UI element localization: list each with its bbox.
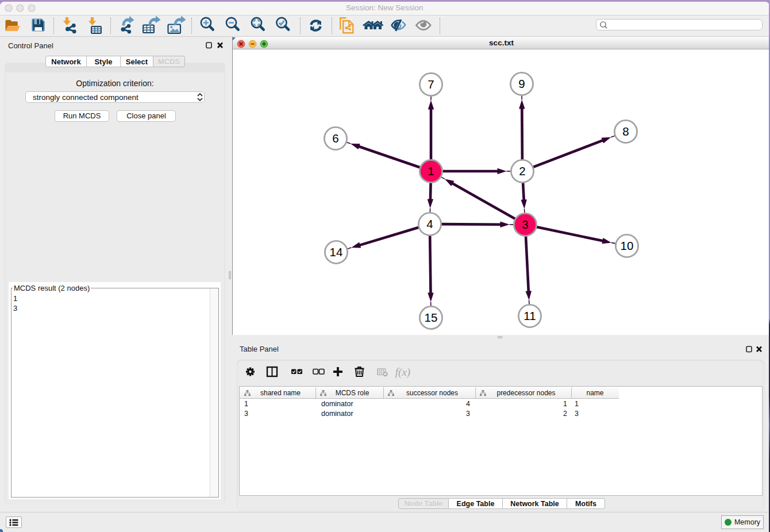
svg-text:3: 3 [522,218,528,231]
svg-text:9: 9 [518,77,525,90]
svg-text:8: 8 [622,125,629,138]
svg-text:1: 1 [428,164,434,178]
svg-text:2: 2 [519,164,525,178]
svg-text:11: 11 [523,309,536,322]
svg-text:4: 4 [426,217,433,230]
svg-text:10: 10 [621,239,634,252]
svg-text:f(x): f(x) [395,366,410,379]
svg-text:15: 15 [425,311,438,324]
svg-text:7: 7 [428,78,434,91]
svg-text:14: 14 [330,245,343,259]
svg-text:6: 6 [332,132,338,145]
